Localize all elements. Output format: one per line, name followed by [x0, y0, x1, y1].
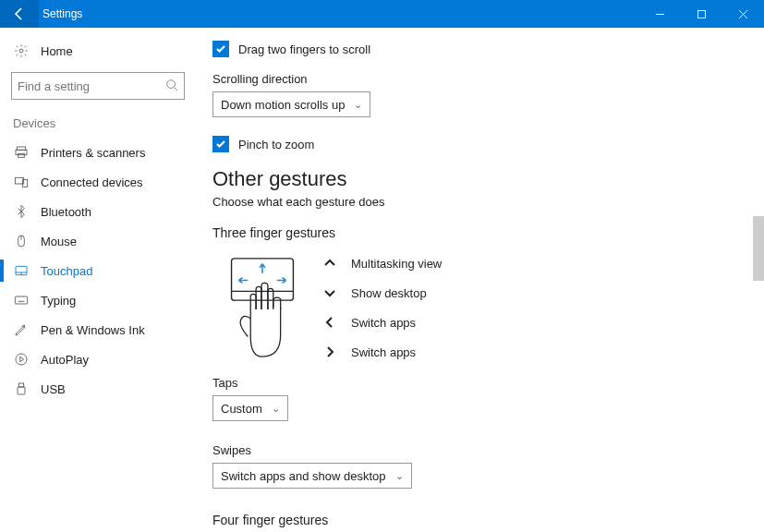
chevron-down-icon: ⌄: [395, 470, 404, 482]
chevron-down-icon: [321, 284, 338, 301]
sidebar-item-autoplay[interactable]: AutoPlay: [0, 345, 196, 374]
sidebar-item-connected[interactable]: Connected devices: [0, 167, 196, 197]
search-icon: [165, 79, 178, 94]
minimize-button[interactable]: [639, 0, 681, 28]
chevron-left-icon: [321, 314, 338, 331]
sidebar-group-label: Devices: [0, 113, 196, 138]
window-title: Settings: [39, 7, 82, 20]
three-finger-heading: Three finger gestures: [212, 225, 738, 240]
sidebar-item-label: Printers & scanners: [41, 146, 145, 160]
back-button[interactable]: [0, 0, 39, 28]
sidebar-item-label: Bluetooth: [41, 205, 91, 219]
pen-icon: [13, 321, 30, 338]
sidebar: Home Find a setting Devices Printers & s…: [0, 28, 196, 532]
search-placeholder: Find a setting: [18, 79, 90, 93]
swipes-label: Swipes: [212, 443, 738, 457]
autoplay-icon: [13, 351, 30, 368]
maximize-button[interactable]: [681, 0, 722, 28]
search-input[interactable]: Find a setting: [11, 72, 185, 100]
home-label: Home: [41, 44, 73, 58]
svg-line-4: [175, 87, 178, 91]
gesture-right-label: Switch apps: [351, 345, 416, 359]
scroll-dir-label: Scrolling direction: [212, 72, 738, 86]
four-finger-heading: Four finger gestures: [212, 513, 738, 527]
gesture-down[interactable]: Show desktop: [321, 284, 442, 301]
home-nav[interactable]: Home: [0, 37, 196, 65]
scroll-dir-value: Down motion scrolls up: [221, 98, 345, 112]
titlebar: Settings: [0, 0, 764, 28]
sidebar-item-label: Connected devices: [41, 175, 143, 189]
printer-icon: [13, 144, 30, 161]
usb-icon: [13, 381, 30, 397]
gesture-right[interactable]: Switch apps: [321, 344, 442, 360]
other-gestures-title: Other gestures: [212, 167, 738, 191]
drag-scroll-label: Drag two fingers to scroll: [238, 42, 370, 56]
gesture-left[interactable]: Switch apps: [321, 314, 442, 331]
gesture-up-label: Multitasking view: [351, 257, 442, 271]
svg-point-2: [19, 49, 23, 53]
taps-dropdown[interactable]: Custom ⌄: [212, 395, 288, 421]
pinch-zoom-label: Pinch to zoom: [238, 138, 314, 151]
svg-rect-6: [16, 150, 27, 154]
gesture-left-label: Switch apps: [351, 316, 416, 330]
chevron-up-icon: [321, 255, 338, 272]
gesture-up[interactable]: Multitasking view: [321, 255, 442, 272]
chevron-down-icon: ⌄: [272, 403, 280, 415]
sidebar-item-mouse[interactable]: Mouse: [0, 226, 196, 256]
svg-rect-5: [17, 147, 25, 150]
sidebar-item-printers[interactable]: Printers & scanners: [0, 138, 196, 167]
sidebar-item-pen[interactable]: Pen & Windows Ink: [0, 315, 196, 345]
sidebar-item-label: Pen & Windows Ink: [41, 323, 145, 337]
scrollbar-thumb[interactable]: [753, 216, 764, 281]
svg-point-3: [167, 79, 176, 88]
swipes-dropdown[interactable]: Switch apps and show desktop ⌄: [212, 463, 412, 489]
three-finger-illustration: [212, 251, 299, 367]
sidebar-item-label: Mouse: [41, 235, 77, 248]
scroll-dir-dropdown[interactable]: Down motion scrolls up ⌄: [212, 91, 370, 117]
sidebar-item-label: USB: [41, 382, 66, 396]
sidebar-item-touchpad[interactable]: Touchpad: [0, 256, 196, 285]
devices-icon: [13, 174, 30, 190]
sidebar-item-label: Typing: [41, 294, 76, 308]
svg-rect-15: [15, 296, 27, 304]
mouse-icon: [13, 233, 30, 249]
svg-rect-9: [22, 179, 27, 187]
taps-value: Custom: [221, 402, 262, 416]
svg-rect-23: [18, 387, 25, 394]
gesture-down-label: Show desktop: [351, 286, 427, 300]
gear-icon: [13, 42, 30, 59]
close-button[interactable]: [722, 0, 764, 28]
main-content: Drag two fingers to scroll Scrolling dir…: [196, 28, 764, 532]
pinch-zoom-checkbox[interactable]: [212, 136, 229, 152]
sidebar-item-label: Touchpad: [41, 264, 92, 278]
sidebar-item-typing[interactable]: Typing: [0, 285, 196, 315]
keyboard-icon: [13, 292, 30, 308]
sidebar-item-usb[interactable]: USB: [0, 374, 196, 404]
svg-rect-22: [18, 383, 23, 387]
drag-scroll-checkbox[interactable]: [212, 41, 229, 57]
svg-rect-7: [18, 153, 25, 157]
svg-rect-1: [698, 10, 706, 18]
swipes-value: Switch apps and show desktop: [221, 469, 386, 483]
chevron-right-icon: [321, 344, 338, 360]
sidebar-item-bluetooth[interactable]: Bluetooth: [0, 197, 196, 226]
taps-label: Taps: [212, 376, 738, 390]
sidebar-item-label: AutoPlay: [41, 353, 89, 367]
chevron-down-icon: ⌄: [354, 99, 362, 111]
bluetooth-icon: [13, 203, 30, 220]
touchpad-icon: [13, 262, 30, 279]
other-gestures-sub: Choose what each gesture does: [212, 195, 738, 209]
svg-point-21: [16, 354, 27, 365]
